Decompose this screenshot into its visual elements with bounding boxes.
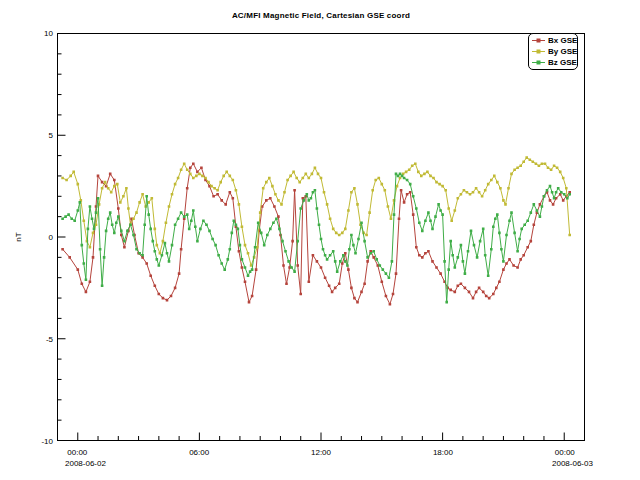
- y-tick-label-m5: -5: [46, 335, 54, 344]
- axis-ticks: [58, 54, 565, 441]
- plot-window: AC/MFI Magnetic Field, Cartesian GSE coo…: [0, 0, 640, 480]
- series-markers-bx-gse: [61, 162, 571, 305]
- legend-entry-bx: Bx GSE: [532, 35, 577, 46]
- x-tick-label-0000a: 00:00: [67, 448, 88, 457]
- x-tick-label-0000b: 00:00: [555, 448, 576, 457]
- series-line-by-gse: [63, 158, 570, 266]
- series-markers-bz-gse: [61, 173, 571, 304]
- x-tick-label-1200: 12:00: [311, 448, 332, 457]
- y-tick-label-10: 10: [44, 29, 53, 38]
- x-tick-label-1800: 18:00: [433, 448, 454, 457]
- legend-entry-bz: Bz GSE: [532, 57, 577, 68]
- legend-label-bz: Bz GSE: [548, 58, 577, 67]
- series-line-bz-gse: [63, 174, 570, 302]
- legend-entry-by: By GSE: [532, 46, 577, 57]
- legend-box: Bx GSE By GSE Bz GSE: [528, 33, 578, 70]
- x-tick-label-0600: 06:00: [189, 448, 210, 457]
- y-axis-unit-label: nT: [14, 232, 23, 241]
- start-date-label: 2008-06-02: [65, 459, 106, 468]
- y-tick-label-m10: -10: [41, 437, 53, 446]
- by-series-marker-icon: [532, 47, 546, 56]
- data-series: [61, 156, 571, 305]
- legend-label-by: By GSE: [548, 47, 577, 56]
- end-date-label: 2008-06-03: [552, 459, 593, 468]
- magnetic-field-chart: nT 10 5 0 -5 -10 00:00 06:00 12:00 18:00…: [0, 0, 640, 480]
- y-tick-label-5: 5: [49, 131, 54, 140]
- bz-series-marker-icon: [532, 58, 546, 67]
- legend-label-bx: Bx GSE: [548, 36, 577, 45]
- series-line-bx-gse: [63, 164, 570, 305]
- bx-series-marker-icon: [532, 36, 546, 45]
- y-tick-label-0: 0: [49, 233, 54, 242]
